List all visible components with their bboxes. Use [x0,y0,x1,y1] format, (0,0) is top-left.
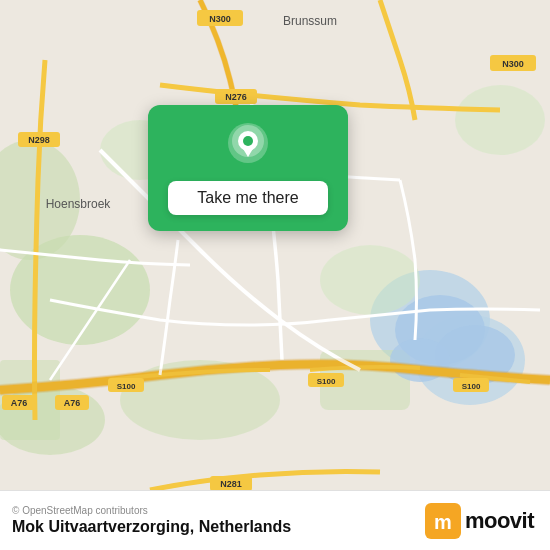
location-pin-icon [224,123,272,171]
svg-text:S100: S100 [317,377,336,386]
svg-text:N300: N300 [502,59,524,69]
svg-point-9 [455,85,545,155]
svg-text:Brunssum: Brunssum [283,14,337,28]
svg-text:N300: N300 [209,14,231,24]
moovit-icon: m [425,503,461,539]
svg-text:N281: N281 [220,479,242,489]
svg-text:A76: A76 [11,398,28,408]
moovit-logo: m moovit [425,503,534,539]
location-info: © OpenStreetMap contributors Mok Uitvaar… [12,505,291,536]
svg-point-40 [243,136,253,146]
location-title: Mok Uitvaartverzorging, Netherlands [12,518,291,536]
attribution-text: © OpenStreetMap contributors [12,505,291,516]
svg-text:N276: N276 [225,92,247,102]
svg-text:m: m [434,511,452,533]
svg-text:N298: N298 [28,135,50,145]
svg-text:S100: S100 [117,382,136,391]
take-me-there-button[interactable]: Take me there [168,181,328,215]
bottom-bar: © OpenStreetMap contributors Mok Uitvaar… [0,490,550,550]
map-container: N300 N300 N276 N298 A76 A76 S100 S100 S1… [0,0,550,490]
svg-text:Hoensbroek: Hoensbroek [46,197,112,211]
svg-text:A76: A76 [64,398,81,408]
svg-text:S100: S100 [462,382,481,391]
location-popup[interactable]: Take me there [148,105,348,231]
moovit-text: moovit [465,508,534,534]
map-background: N300 N300 N276 N298 A76 A76 S100 S100 S1… [0,0,550,490]
svg-point-7 [320,245,420,315]
